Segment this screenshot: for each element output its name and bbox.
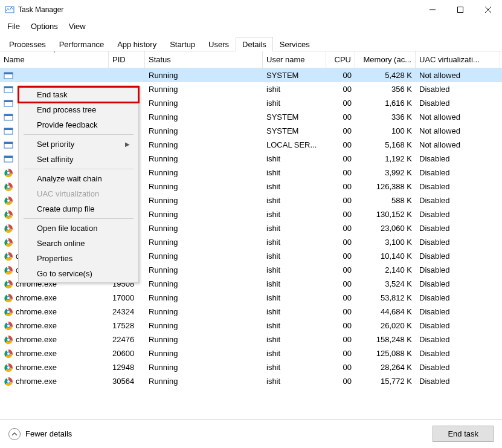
column-header-user[interactable]: User name	[263, 51, 326, 68]
ctx-provide-feedback[interactable]: Provide feedback	[19, 117, 138, 132]
ctx-label: Properties	[37, 254, 72, 263]
svg-point-27	[7, 200, 10, 202]
svg-point-33	[7, 227, 10, 230]
tab-processes[interactable]: Processes	[2, 37, 53, 51]
cell-user: ishit	[263, 333, 326, 346]
cell-cpu: 00	[326, 305, 355, 319]
cell-user: ishit	[263, 235, 326, 249]
cell-uac: Disabled	[416, 207, 500, 221]
cell-cpu: 00	[326, 374, 355, 388]
cell-mem: 3,524 K	[355, 277, 416, 291]
svg-point-36	[7, 241, 10, 244]
cell-name: chrome.exe	[0, 360, 109, 374]
cell-mem: 336 K	[355, 110, 416, 124]
chrome-icon	[4, 238, 13, 247]
column-header-row: Name˄PIDStatusUser nameCPUMemory (ac...U…	[0, 51, 502, 68]
column-header-uac[interactable]: UAC virtualizati...	[416, 51, 500, 68]
cell-user: SYSTEM	[263, 68, 326, 82]
cell-mem: 28,264 K	[355, 360, 416, 374]
table-row[interactable]: chrome.exe17000Runningishit0053,812 KDis…	[0, 291, 502, 305]
column-header-mem[interactable]: Memory (ac...	[355, 51, 416, 68]
close-button[interactable]	[474, 0, 502, 19]
cell-name: chrome.exe	[0, 291, 109, 305]
ctx-analyze-wait-chain[interactable]: Analyze wait chain	[19, 171, 138, 186]
cell-user: SYSTEM	[263, 124, 326, 138]
cell-pid: 17000	[109, 291, 145, 305]
ctx-label: Set priority	[37, 140, 74, 149]
svg-point-39	[7, 255, 10, 258]
cell-mem: 44,684 K	[355, 305, 416, 319]
menu-bar: FileOptionsView	[0, 19, 502, 33]
cell-mem: 125,088 K	[355, 346, 416, 360]
cell-pid: 17528	[109, 319, 145, 333]
ctx-search-online[interactable]: Search online	[19, 236, 138, 251]
column-header-name[interactable]: Name˄	[0, 51, 109, 68]
cell-cpu: 00	[326, 277, 355, 291]
cell-status: Running	[145, 249, 263, 263]
ctx-set-priority[interactable]: Set priority▶	[19, 137, 138, 152]
cell-status: Running	[145, 333, 263, 346]
svg-rect-18	[4, 156, 13, 158]
cell-cpu: 00	[326, 68, 355, 82]
table-row[interactable]: chrome.exe17528Runningishit0026,020 KDis…	[0, 319, 502, 333]
ctx-open-file-location[interactable]: Open file location	[19, 221, 138, 236]
tab-performance[interactable]: Performance	[53, 37, 111, 51]
table-row[interactable]: chrome.exe30564Runningishit0015,772 KDis…	[0, 374, 502, 388]
cell-uac: Not allowed	[416, 68, 500, 82]
cell-uac: Disabled	[416, 96, 500, 110]
cell-status: Running	[145, 346, 263, 360]
table-row[interactable]: chrome.exe24324Runningishit0044,684 KDis…	[0, 305, 502, 319]
fewer-details-button[interactable]: Fewer details	[8, 428, 72, 440]
process-name-label: chrome.exe	[16, 307, 57, 316]
end-task-button[interactable]: End task	[433, 426, 494, 442]
tab-services[interactable]: Services	[273, 37, 317, 51]
cell-cpu: 00	[326, 207, 355, 221]
ctx-end-process-tree[interactable]: End process tree	[19, 102, 138, 117]
ctx-end-task[interactable]: End task	[19, 87, 138, 102]
cell-status: Running	[145, 138, 263, 152]
table-row[interactable]: chrome.exe22476Runningishit00158,248 KDi…	[0, 333, 502, 346]
cell-pid	[109, 68, 145, 82]
cell-cpu: 00	[326, 360, 355, 374]
table-row[interactable]: chrome.exe12948Runningishit0028,264 KDis…	[0, 360, 502, 374]
cell-uac: Disabled	[416, 235, 500, 249]
ctx-create-dump-file[interactable]: Create dump file	[19, 201, 138, 216]
ctx-properties[interactable]: Properties	[19, 251, 138, 266]
menu-view[interactable]: View	[64, 21, 91, 32]
ctx-uac-virtualization: UAC virtualization	[19, 186, 138, 201]
maximize-button[interactable]	[446, 0, 474, 19]
chrome-icon	[4, 293, 13, 303]
menu-file[interactable]: File	[2, 21, 25, 32]
svg-point-54	[7, 325, 10, 327]
cell-mem: 53,812 K	[355, 291, 416, 305]
cell-uac: Disabled	[416, 333, 500, 346]
cell-cpu: 00	[326, 291, 355, 305]
cell-uac: Disabled	[416, 319, 500, 333]
chrome-icon	[4, 196, 13, 206]
svg-rect-12	[4, 114, 13, 116]
chevron-up-icon	[8, 428, 21, 440]
tab-details[interactable]: Details	[236, 37, 273, 51]
ctx-go-to-service-s-[interactable]: Go to service(s)	[19, 266, 138, 281]
tab-startup[interactable]: Startup	[163, 37, 202, 51]
tab-strip: ProcessesPerformanceApp historyStartupUs…	[0, 33, 502, 51]
window-controls	[419, 0, 502, 19]
column-header-pid[interactable]: PID	[109, 51, 145, 68]
table-row[interactable]: chrome.exe20600Runningishit00125,088 KDi…	[0, 346, 502, 360]
cell-name: chrome.exe	[0, 319, 109, 333]
cell-status: Running	[145, 319, 263, 333]
cell-mem: 15,772 K	[355, 374, 416, 388]
tab-users[interactable]: Users	[202, 37, 236, 51]
column-header-status[interactable]: Status	[145, 51, 263, 68]
table-row[interactable]: RunningSYSTEM005,428 KNot allowed	[0, 68, 502, 82]
ctx-set-affinity[interactable]: Set affinity	[19, 152, 138, 167]
cell-user: ishit	[263, 263, 326, 277]
chrome-icon	[4, 349, 13, 359]
column-header-cpu[interactable]: CPU	[326, 51, 355, 68]
cell-uac: Not allowed	[416, 138, 500, 152]
tab-app-history[interactable]: App history	[111, 37, 163, 51]
cell-uac: Disabled	[416, 82, 500, 96]
menu-options[interactable]: Options	[26, 21, 63, 32]
chrome-icon	[4, 182, 13, 192]
minimize-button[interactable]	[419, 0, 446, 19]
